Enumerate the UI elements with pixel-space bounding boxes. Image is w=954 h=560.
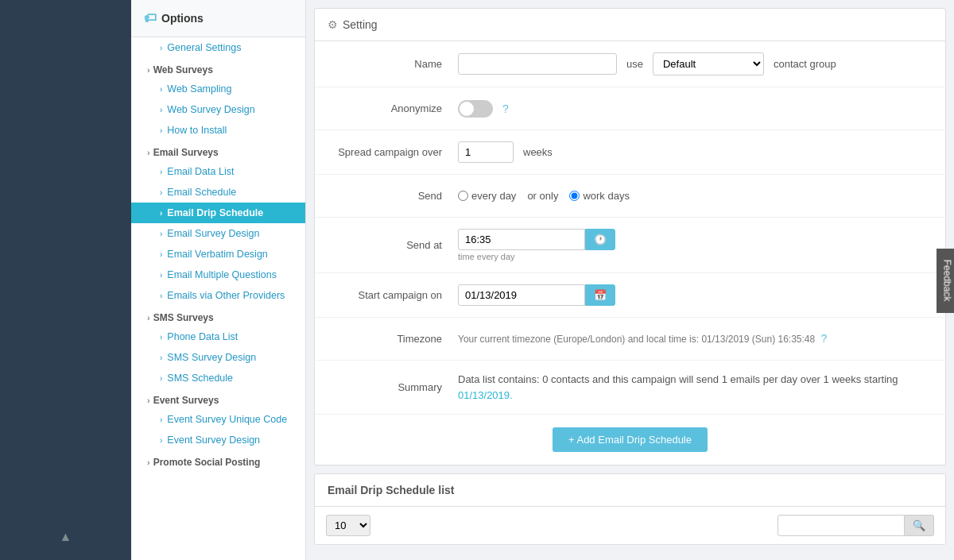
summary-text: Data list contains: 0 contacts and this … (458, 372, 929, 403)
sidebar-item-email-data-list[interactable]: › Email Data List (131, 161, 305, 182)
send-at-row: Send at 🕐 time every day (315, 218, 945, 273)
anonymize-toggle[interactable] (458, 100, 493, 118)
sidebar-item-event-survey-design[interactable]: › Event Survey Design (131, 430, 305, 450)
sidebar-item-email-schedule[interactable]: › Email Schedule (131, 182, 305, 203)
start-campaign-control: 📅 (458, 284, 929, 306)
or-only-label: or only (527, 190, 558, 202)
sidebar-item-emails-via-other-providers[interactable]: › Emails via Other Providers (131, 285, 305, 306)
how-to-install-label: How to Install (167, 125, 227, 136)
search-wrapper: 🔍 (778, 515, 934, 536)
timezone-help-icon[interactable]: ? (821, 332, 828, 345)
sidebar-group-email-surveys[interactable]: › Email Surveys (131, 141, 305, 161)
setting-card: ⚙ Setting Name use Default contact group… (314, 8, 946, 465)
sidebar-item-web-survey-design[interactable]: › Web Survey Design (131, 99, 305, 120)
feedback-tab[interactable]: Feedback (937, 248, 954, 312)
main-content: ⚙ Setting Name use Default contact group… (306, 0, 954, 560)
send-at-label: Send at (331, 239, 458, 251)
web-sampling-label: Web Sampling (167, 83, 231, 95)
sidebar-group-event-surveys[interactable]: › Event Surveys (131, 388, 305, 409)
every-day-radio[interactable] (458, 191, 468, 201)
promote-social-posting-label: Promote Social Posting (153, 457, 261, 468)
chevron-icon: › (160, 168, 162, 176)
send-at-control: 🕐 time every day (458, 229, 929, 261)
search-button[interactable]: 🔍 (905, 515, 934, 536)
emails-via-other-providers-label: Emails via Other Providers (167, 290, 285, 301)
arrow-icon: › (147, 396, 150, 405)
time-input[interactable] (458, 229, 585, 250)
sidebar-item-email-drip-schedule[interactable]: › Email Drip Schedule (131, 203, 305, 223)
phone-data-list-label: Phone Data List (167, 331, 238, 342)
clock-button[interactable]: 🕐 (585, 229, 615, 250)
sidebar-item-sms-survey-design[interactable]: › SMS Survey Design (131, 347, 305, 368)
summary-date-link[interactable]: 01/13/2019. (458, 389, 513, 401)
summary-text-content: Data list contains: 0 contacts and this … (458, 373, 898, 385)
help-icon[interactable]: ? (502, 102, 509, 115)
chevron-icon: › (160, 374, 162, 383)
per-page-select[interactable]: 10 25 50 100 (326, 515, 370, 536)
every-day-radio-label[interactable]: every day (458, 190, 516, 202)
event-survey-unique-code-label: Event Survey Unique Code (167, 414, 287, 425)
sidebar-item-general-settings[interactable]: › General Settings (131, 37, 305, 58)
sidebar-item-web-sampling[interactable]: › Web Sampling (131, 79, 305, 99)
arrow-icon: › (147, 458, 150, 467)
email-drip-schedule-label: Email Drip Schedule (167, 207, 263, 218)
time-input-group: 🕐 (458, 229, 615, 250)
timezone-row: Timezone Your current timezone (Europe/L… (315, 318, 945, 361)
time-hint: time every day (458, 252, 615, 261)
sidebar-item-how-to-install[interactable]: › How to Install (131, 120, 305, 141)
sidebar-item-email-survey-design[interactable]: › Email Survey Design (131, 223, 305, 244)
sidebar-item-phone-data-list[interactable]: › Phone Data List (131, 326, 305, 347)
sms-survey-design-label: SMS Survey Design (167, 352, 256, 363)
search-input[interactable] (778, 515, 905, 536)
sms-surveys-label: SMS Surveys (153, 312, 214, 323)
sidebar-item-email-verbatim-design[interactable]: › Email Verbatim Design (131, 244, 305, 265)
web-survey-design-label: Web Survey Design (167, 104, 254, 115)
add-email-drip-schedule-button[interactable]: + Add Email Drip Schedule (553, 427, 708, 452)
timezone-control: Your current timezone (Europe/London) an… (458, 330, 929, 347)
contact-group-select[interactable]: Default (653, 52, 764, 75)
email-schedule-label: Email Schedule (167, 187, 236, 198)
spread-label: Spread campaign over (331, 146, 458, 158)
spread-row: Spread campaign over 1 weeks (315, 130, 945, 175)
every-day-label: every day (471, 190, 516, 202)
sms-schedule-label: SMS Schedule (167, 373, 233, 384)
sidebar-group-sms-surveys[interactable]: › SMS Surveys (131, 306, 305, 326)
chevron-icon: › (160, 333, 162, 342)
chevron-icon: › (160, 415, 162, 424)
chevron-icon: › (160, 188, 162, 197)
anonymize-control: ? (458, 100, 929, 118)
name-row: Name use Default contact group (315, 41, 945, 87)
work-days-label: work days (583, 190, 630, 202)
sidebar-item-event-survey-unique-code[interactable]: › Event Survey Unique Code (131, 409, 305, 430)
date-input[interactable] (458, 284, 585, 306)
contact-group-label: contact group (774, 58, 836, 70)
sidebar-group-web-surveys[interactable]: › Web Surveys (131, 58, 305, 79)
chevron-icon: › (160, 230, 162, 238)
arrow-icon: › (147, 313, 150, 322)
scroll-up-arrow[interactable]: ▲ (60, 530, 72, 544)
send-radio-group: every day or only work days (458, 190, 630, 202)
start-campaign-row: Start campaign on 📅 (315, 273, 945, 318)
list-controls: 10 25 50 100 🔍 (315, 507, 945, 544)
send-label: Send (331, 190, 458, 202)
toggle-slider (458, 100, 493, 118)
weeks-label: weeks (523, 146, 553, 158)
timezone-text: Your current timezone (Europe/London) an… (458, 330, 827, 347)
left-sidebar: ▲ (0, 0, 131, 560)
arrow-icon: › (147, 65, 150, 75)
sidebar-item-sms-schedule[interactable]: › SMS Schedule (131, 368, 305, 388)
sidebar-group-promote-social-posting[interactable]: › Promote Social Posting (131, 450, 305, 471)
work-days-radio-label[interactable]: work days (569, 190, 630, 202)
name-input[interactable] (458, 53, 617, 75)
chevron-icon: › (160, 353, 162, 362)
calendar-button[interactable]: 📅 (585, 284, 615, 306)
name-label: Name (331, 58, 458, 70)
sidebar-item-email-multiple-questions[interactable]: › Email Multiple Questions (131, 265, 305, 285)
setting-title: Setting (343, 18, 378, 31)
add-btn-label: + Add Email Drip Schedule (568, 434, 692, 446)
email-surveys-label: Email Surveys (153, 147, 219, 158)
weeks-input[interactable]: 1 (458, 141, 514, 163)
options-label: Options (161, 12, 204, 25)
chevron-icon: › (160, 209, 162, 218)
work-days-radio[interactable] (569, 191, 580, 201)
